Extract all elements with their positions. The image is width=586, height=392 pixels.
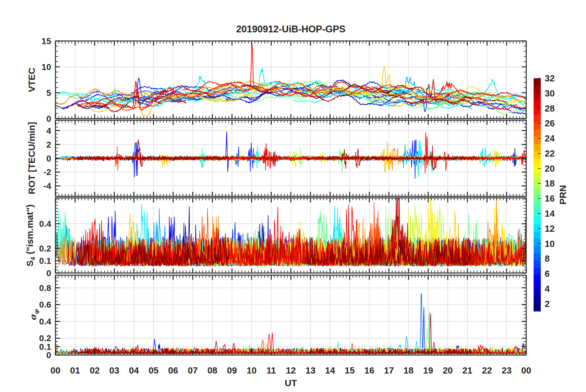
svg-text:11: 11 <box>267 365 276 375</box>
svg-text:-4: -4 <box>43 181 51 191</box>
svg-text:10: 10 <box>545 239 555 249</box>
svg-text:-2: -2 <box>43 167 51 177</box>
svg-text:2: 2 <box>545 299 550 309</box>
svg-text:0.2: 0.2 <box>39 333 51 343</box>
svg-text:03: 03 <box>109 365 119 375</box>
svg-text:22: 22 <box>545 149 555 158</box>
svg-text:17: 17 <box>384 365 394 375</box>
svg-text:15: 15 <box>345 365 355 375</box>
svg-text:8: 8 <box>545 254 550 263</box>
svg-text:2: 2 <box>46 140 51 149</box>
svg-text:12: 12 <box>545 224 555 234</box>
svg-text:4: 4 <box>46 126 51 136</box>
svg-text:20: 20 <box>443 365 453 375</box>
svg-text:09: 09 <box>227 365 237 375</box>
svg-text:16: 16 <box>364 365 374 375</box>
ylabel-rot: ROT [TECU/min] <box>26 122 37 194</box>
svg-text:0: 0 <box>46 114 51 124</box>
plot-canvas: 051015-4-202400.10.20.400.10.20.40.60.80… <box>0 0 586 392</box>
phi-subscript: φ <box>33 309 39 315</box>
svg-text:13: 13 <box>306 365 315 375</box>
ylabel-vtec: VTEC <box>26 67 37 92</box>
svg-text:0.1: 0.1 <box>39 256 51 266</box>
s4-subscript: 4 <box>30 257 36 260</box>
svg-text:06: 06 <box>168 365 178 375</box>
s4-suffix: ("ism.mat") <box>25 204 35 257</box>
colorbar: 2468101214161820222426283032 <box>534 73 555 312</box>
svg-text:14: 14 <box>545 209 555 218</box>
svg-text:4: 4 <box>545 284 550 294</box>
svg-text:05: 05 <box>149 365 158 375</box>
svg-text:0.4: 0.4 <box>39 317 51 326</box>
xaxis-title: UT <box>285 378 297 388</box>
svg-text:12: 12 <box>286 365 296 375</box>
sigma-symbol: σ <box>28 314 38 321</box>
svg-text:02: 02 <box>90 365 100 375</box>
svg-text:0: 0 <box>46 154 51 163</box>
svg-text:28: 28 <box>545 104 555 113</box>
svg-text:00: 00 <box>521 365 531 375</box>
svg-text:19: 19 <box>423 365 433 375</box>
ytick-labels: 051015-4-202400.10.20.400.10.20.40.60.8 <box>39 36 51 360</box>
svg-text:22: 22 <box>482 365 492 375</box>
svg-text:0.4: 0.4 <box>39 219 51 229</box>
colorbar-title: PRN <box>558 185 568 204</box>
svg-text:32: 32 <box>545 73 555 83</box>
svg-text:0.8: 0.8 <box>39 283 51 293</box>
svg-text:6: 6 <box>545 269 550 279</box>
svg-text:21: 21 <box>462 365 472 375</box>
svg-text:24: 24 <box>545 133 555 143</box>
chart-title: 20190912-UiB-HOP-GPS <box>236 24 346 35</box>
svg-text:18: 18 <box>404 365 413 375</box>
svg-text:01: 01 <box>70 365 80 375</box>
svg-text:0.6: 0.6 <box>39 300 51 309</box>
svg-text:07: 07 <box>188 365 198 375</box>
svg-text:20: 20 <box>545 164 555 174</box>
svg-text:0: 0 <box>46 268 51 278</box>
svg-text:16: 16 <box>545 194 555 203</box>
svg-text:0.1: 0.1 <box>39 342 51 352</box>
svg-text:10: 10 <box>42 62 51 72</box>
xtick-labels: 0001020304050607080910111213141516171819… <box>51 365 531 375</box>
svg-text:0: 0 <box>46 350 51 360</box>
svg-text:04: 04 <box>129 365 139 375</box>
svg-text:08: 08 <box>207 365 217 375</box>
figure-root: 051015-4-202400.10.20.400.10.20.40.60.80… <box>0 0 586 392</box>
svg-text:26: 26 <box>545 118 555 128</box>
svg-text:5: 5 <box>46 88 51 98</box>
svg-text:00: 00 <box>51 365 60 375</box>
svg-text:10: 10 <box>247 365 257 375</box>
svg-text:30: 30 <box>545 88 555 98</box>
svg-text:15: 15 <box>42 36 51 46</box>
svg-text:18: 18 <box>545 178 555 188</box>
svg-text:14: 14 <box>325 365 335 375</box>
s4-symbol: S <box>25 260 35 267</box>
ylabel-s4: S4 ("ism.mat") <box>25 204 37 267</box>
svg-text:23: 23 <box>502 365 511 375</box>
ylabel-sigma-phi: σφ <box>28 309 39 321</box>
svg-text:0.2: 0.2 <box>39 244 51 253</box>
